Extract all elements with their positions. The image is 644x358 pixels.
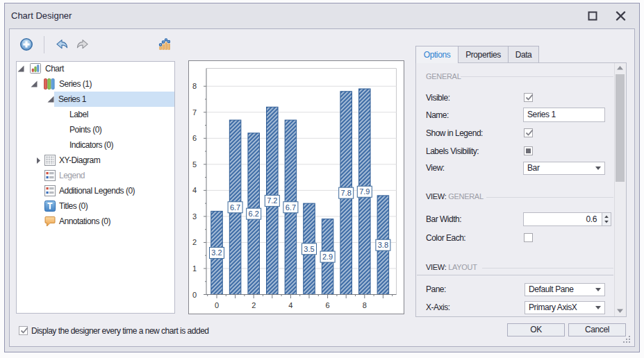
svg-text:6: 6 [326,301,330,309]
svg-text:6.2: 6.2 [249,210,259,218]
svg-text:0: 0 [215,301,219,309]
svg-text:8: 8 [363,301,367,309]
svg-text:3.8: 3.8 [378,241,388,249]
svg-text:7.2: 7.2 [267,196,277,205]
svg-text:7.8: 7.8 [341,189,352,197]
svg-text:0: 0 [192,291,197,299]
svg-text:2: 2 [192,238,197,246]
svg-text:7: 7 [192,108,197,117]
svg-text:7.9: 7.9 [359,187,370,196]
svg-text:3.5: 3.5 [304,245,314,253]
svg-text:2: 2 [251,301,256,309]
svg-text:6: 6 [192,134,197,142]
svg-text:5: 5 [192,160,197,169]
svg-text:1: 1 [192,264,197,273]
svg-text:4: 4 [192,186,197,194]
svg-text:3: 3 [192,212,197,221]
svg-text:6.7: 6.7 [286,203,296,212]
svg-text:2.9: 2.9 [322,253,333,261]
svg-text:6.7: 6.7 [230,203,240,212]
svg-text:4: 4 [288,301,292,309]
svg-text:8: 8 [192,82,197,90]
svg-text:3.2: 3.2 [211,248,222,257]
